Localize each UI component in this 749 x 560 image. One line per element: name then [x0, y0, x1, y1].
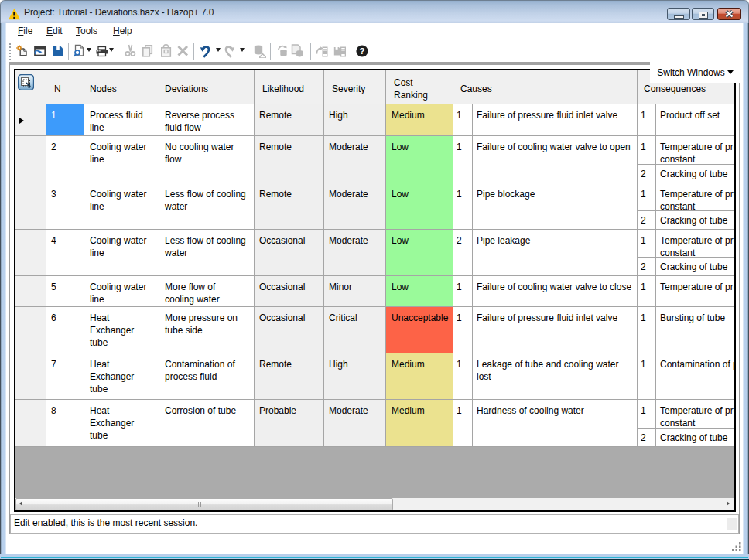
- svg-text:?: ?: [359, 46, 364, 56]
